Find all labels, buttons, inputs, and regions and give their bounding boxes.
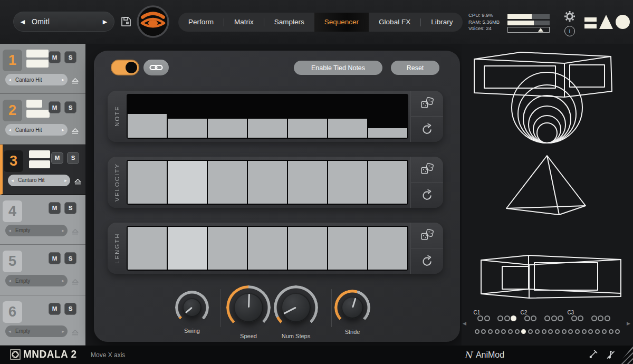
mute-button[interactable]: M — [51, 152, 63, 164]
black-key-dot[interactable] — [524, 315, 530, 321]
solo-button[interactable]: S — [64, 303, 76, 315]
preset-prev-icon[interactable]: ◀ — [14, 18, 32, 25]
row-reset-icon[interactable] — [411, 248, 443, 274]
knob-swing[interactable] — [175, 291, 209, 324]
sample-prev-icon[interactable]: ◂ — [5, 329, 14, 334]
black-key-dot[interactable] — [511, 315, 516, 321]
sample-next-icon[interactable]: ▸ — [59, 228, 68, 233]
solo-button[interactable]: S — [64, 202, 76, 214]
white-key-dot[interactable] — [475, 329, 479, 334]
step-bar[interactable] — [168, 119, 207, 138]
black-key-dot[interactable] — [497, 315, 503, 321]
sequencer-power-toggle[interactable] — [111, 60, 139, 75]
preset-next-icon[interactable]: ▶ — [96, 18, 114, 25]
save-icon[interactable] — [120, 16, 132, 27]
black-key-dot[interactable] — [531, 315, 536, 321]
white-key-dot[interactable] — [535, 329, 540, 334]
track-row-3[interactable]: 3MS◂Cantaro Hit▸ — [0, 145, 85, 195]
step-bar[interactable] — [368, 227, 407, 270]
reset-button[interactable]: Reset — [391, 61, 439, 75]
track-row-6[interactable]: 6MS◂Empty▸ — [0, 295, 85, 346]
white-key-dot[interactable] — [501, 329, 506, 334]
track-row-2[interactable]: 2MS◂Cantaro Hit▸ — [0, 94, 85, 144]
white-key-dot[interactable] — [615, 329, 620, 334]
sample-selector[interactable]: ◂Empty▸ — [5, 275, 68, 286]
knob-num-steps[interactable] — [274, 285, 318, 330]
track-row-1[interactable]: 1MS◂Cantaro Hit▸ — [0, 44, 85, 94]
solo-button[interactable]: S — [64, 101, 76, 113]
eject-icon[interactable] — [74, 177, 81, 187]
step-bar[interactable] — [248, 227, 287, 270]
randomize-dice-icon[interactable] — [411, 91, 443, 117]
sample-selector[interactable]: ◂Cantaro Hit▸ — [5, 124, 68, 136]
white-key-dot[interactable] — [495, 329, 500, 334]
black-key-dot[interactable] — [544, 315, 550, 321]
track-row-4[interactable]: 4MS◂Empty▸ — [0, 195, 85, 245]
white-key-dot[interactable] — [488, 329, 493, 334]
white-key-dot[interactable] — [595, 329, 600, 334]
step-bar[interactable] — [168, 161, 207, 204]
mute-button[interactable]: M — [49, 51, 61, 63]
randomize-dice-icon[interactable] — [411, 223, 443, 248]
white-key-dot[interactable] — [602, 329, 607, 334]
mute-button[interactable]: M — [49, 303, 61, 315]
mute-button[interactable]: M — [49, 101, 61, 113]
white-key-dot[interactable] — [481, 329, 486, 334]
step-bar[interactable] — [208, 119, 247, 138]
white-key-dot[interactable] — [575, 329, 580, 334]
sample-selector[interactable]: ◂Cantaro Hit▸ — [5, 74, 68, 85]
tab-perform[interactable]: Perform — [178, 13, 224, 32]
mute-button[interactable]: M — [49, 252, 61, 264]
step-bar[interactable] — [288, 161, 327, 204]
black-key-dot[interactable] — [571, 315, 577, 321]
eject-icon[interactable] — [72, 76, 79, 86]
mute-button[interactable]: M — [49, 202, 61, 214]
sample-prev-icon[interactable]: ◂ — [8, 178, 17, 183]
step-bar[interactable] — [368, 128, 407, 138]
sample-next-icon[interactable]: ▸ — [59, 278, 68, 283]
step-bar[interactable] — [328, 227, 367, 270]
eye-logo-icon[interactable] — [137, 5, 169, 38]
knob-stride[interactable] — [334, 290, 370, 325]
link-button[interactable] — [143, 60, 169, 75]
tab-library[interactable]: Library — [421, 13, 463, 32]
step-bar[interactable] — [328, 119, 367, 138]
eject-icon[interactable] — [72, 127, 79, 136]
step-bar[interactable] — [208, 227, 247, 270]
volume-slider[interactable] — [507, 27, 550, 33]
black-key-dot[interactable] — [558, 315, 563, 321]
tab-global-fx[interactable]: Global FX — [369, 13, 420, 32]
slider-thumb-icon[interactable] — [538, 28, 543, 32]
settings-gear-icon[interactable] — [563, 10, 576, 23]
eject-icon[interactable] — [72, 227, 79, 237]
keyboard-scroll-right-icon[interactable]: ▶ — [627, 321, 630, 326]
white-key-dot[interactable] — [508, 329, 513, 334]
sample-prev-icon[interactable]: ◂ — [5, 77, 14, 82]
step-bar[interactable] — [128, 227, 167, 270]
tuning-fork-icon[interactable] — [588, 350, 599, 362]
tab-samplers[interactable]: Samplers — [264, 13, 314, 32]
sample-selector[interactable]: ◂Empty▸ — [5, 225, 68, 236]
eject-icon[interactable] — [72, 328, 79, 338]
white-key-dot[interactable] — [588, 329, 593, 334]
white-key-dot[interactable] — [555, 329, 560, 334]
white-key-dot[interactable] — [582, 329, 587, 334]
white-key-dot[interactable] — [562, 329, 567, 334]
step-bar[interactable] — [288, 119, 327, 138]
white-key-dot[interactable] — [568, 329, 573, 334]
black-key-dot[interactable] — [578, 315, 583, 321]
sample-selector[interactable]: ◂Empty▸ — [5, 325, 68, 337]
solo-button[interactable]: S — [67, 152, 79, 164]
sample-next-icon[interactable]: ▸ — [61, 178, 70, 183]
sample-next-icon[interactable]: ▸ — [59, 127, 68, 132]
row-reset-icon[interactable] — [411, 117, 443, 142]
resize-grip[interactable] — [617, 346, 633, 364]
black-key-dot[interactable] — [551, 315, 557, 321]
step-bar[interactable] — [288, 227, 327, 270]
solo-button[interactable]: S — [64, 252, 76, 264]
step-bar[interactable] — [248, 161, 287, 204]
sample-next-icon[interactable]: ▸ — [59, 77, 68, 82]
note-off-icon[interactable] — [606, 350, 616, 362]
info-icon[interactable]: i — [564, 26, 575, 36]
step-bar[interactable] — [248, 119, 287, 138]
